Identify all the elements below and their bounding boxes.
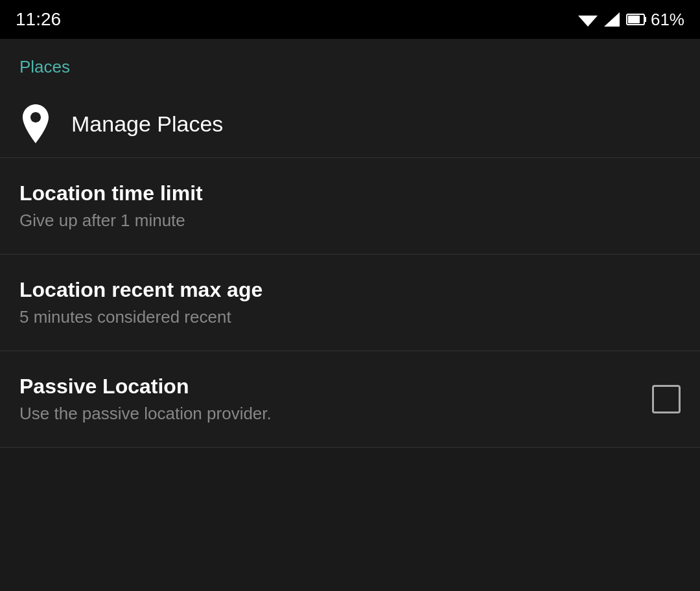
passive-location-text: Passive Location Use the passive locatio… [19, 375, 652, 424]
places-title: Places [19, 57, 70, 76]
svg-marker-0 [578, 16, 598, 27]
svg-marker-1 [604, 12, 620, 27]
location-time-limit-row[interactable]: Location time limit Give up after 1 minu… [0, 158, 700, 255]
wifi-icon [578, 12, 598, 27]
status-icons: 61% [578, 10, 684, 30]
manage-places-label: Manage Places [71, 111, 223, 137]
battery-percent: 61% [651, 10, 684, 30]
location-pin-icon [19, 104, 52, 143]
status-time: 11:26 [16, 9, 61, 30]
passive-location-row[interactable]: Passive Location Use the passive locatio… [0, 351, 700, 448]
location-time-limit-subtitle: Give up after 1 minute [19, 211, 681, 231]
main-content: Places Manage Places Location time limit… [0, 39, 700, 448]
battery-symbol [626, 14, 647, 25]
manage-places-row[interactable]: Manage Places [0, 90, 700, 158]
status-bar: 11:26 61% [0, 0, 700, 39]
svg-rect-3 [644, 17, 646, 22]
svg-rect-4 [628, 16, 640, 23]
location-recent-max-age-row[interactable]: Location recent max age 5 minutes consid… [0, 255, 700, 351]
location-time-limit-text: Location time limit Give up after 1 minu… [19, 181, 681, 231]
battery-icon: 61% [626, 10, 684, 30]
places-header: Places [0, 39, 700, 90]
location-recent-max-age-title: Location recent max age [19, 278, 681, 302]
passive-location-checkbox[interactable] [652, 385, 681, 413]
signal-icon [604, 12, 620, 27]
location-recent-max-age-subtitle: 5 minutes considered recent [19, 307, 681, 327]
passive-location-title: Passive Location [19, 375, 652, 399]
location-time-limit-title: Location time limit [19, 181, 681, 205]
location-recent-max-age-text: Location recent max age 5 minutes consid… [19, 278, 681, 327]
passive-location-subtitle: Use the passive location provider. [19, 404, 652, 424]
